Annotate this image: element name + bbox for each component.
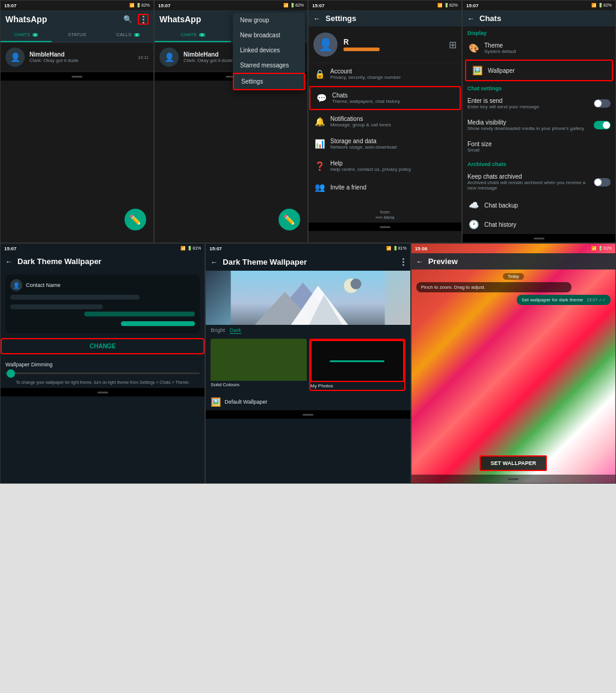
contact-name: Contact Name bbox=[26, 282, 61, 288]
font-size-text: Font size Small bbox=[467, 141, 611, 153]
account-text: Account Privacy, security, change number bbox=[330, 68, 401, 80]
change-button[interactable]: CHANGE bbox=[1, 338, 205, 354]
dimming-hint: To change your wallpaper for light theme… bbox=[1, 377, 205, 388]
menu-new-broadcast[interactable]: New broadcast bbox=[233, 28, 305, 43]
account-label: Account bbox=[330, 68, 401, 75]
help-label: Help bbox=[330, 160, 411, 167]
message-area bbox=[10, 295, 195, 328]
search-icon[interactable]: 🔍 bbox=[122, 14, 133, 25]
compose-fab[interactable]: ✏️ bbox=[125, 209, 146, 230]
chats-settings-title: Chats bbox=[479, 14, 501, 23]
default-wallpaper-option[interactable]: 🖼️ Default Wallpaper bbox=[206, 393, 410, 410]
help-sub: Help centre, contact us, privacy policy bbox=[330, 167, 411, 172]
enter-send-text: Enter is send Enter key will send your m… bbox=[467, 97, 589, 109]
media-vis-toggle[interactable] bbox=[594, 121, 611, 129]
back-arrow-4[interactable]: ← bbox=[467, 14, 475, 23]
wallpaper-item[interactable]: 🖼️ Wallpaper bbox=[465, 60, 613, 81]
back-arrow-5[interactable]: ← bbox=[5, 257, 13, 266]
account-sub: Privacy, security, change number bbox=[330, 75, 401, 80]
nav-bar-7 bbox=[411, 475, 615, 483]
wallpaper-grid: Solid Colours My Photos bbox=[206, 336, 410, 393]
compose-fab-2[interactable]: ✏️ bbox=[279, 209, 300, 230]
wa-title: WhatsApp bbox=[5, 14, 47, 24]
profile-status-bar bbox=[343, 48, 380, 51]
settings-help[interactable]: ❓ Help Help centre, contact us, privacy … bbox=[309, 155, 461, 177]
bright-tab[interactable]: Bright bbox=[211, 327, 225, 334]
settings-notifications[interactable]: 🔔 Notifications Message, group & call to… bbox=[309, 111, 461, 133]
mini-chat-header: 👤 Contact Name bbox=[10, 279, 195, 291]
nav-bar-3 bbox=[309, 223, 461, 231]
theme-item[interactable]: 🎨 Theme System default bbox=[463, 37, 615, 59]
profile-name: R bbox=[343, 38, 380, 46]
tab-chats[interactable]: CHATS 9 bbox=[1, 28, 52, 42]
preview-header: ← Preview bbox=[411, 253, 615, 270]
invite-text: Invite a friend bbox=[330, 184, 366, 191]
calls-badge: 9 bbox=[134, 33, 140, 37]
settings-chats[interactable]: 💬 Chats Theme, wallpapers, chat history bbox=[309, 86, 461, 110]
profile-avatar: 👤 bbox=[313, 32, 337, 57]
solid-label: Solid Colours bbox=[211, 381, 307, 389]
dimming-thumb[interactable] bbox=[7, 369, 15, 378]
chats-label: Chats bbox=[332, 92, 400, 99]
screen-wallpaper-picker: 15:07 📶 🔋81% ← Dark Theme Wallpaper bbox=[205, 243, 410, 484]
chat-backup[interactable]: ☁️ Chat backup bbox=[463, 196, 615, 215]
mountain-svg bbox=[206, 271, 410, 325]
received-bubble-2 bbox=[10, 304, 103, 309]
tab-status[interactable]: STATUS bbox=[52, 28, 103, 42]
more-options-icon[interactable] bbox=[138, 14, 149, 25]
enter-send-toggle[interactable] bbox=[594, 99, 611, 108]
msg-time: 15:07 ✓✓ bbox=[587, 298, 606, 302]
menu-settings[interactable]: Settings bbox=[233, 73, 305, 90]
settings-header: ← Settings bbox=[309, 10, 461, 26]
data-icon: 📊 bbox=[313, 139, 325, 149]
menu-starred[interactable]: Starred messages bbox=[233, 58, 305, 73]
nav-dot-4 bbox=[534, 238, 544, 239]
profile-section[interactable]: 👤 R ⊞ bbox=[309, 26, 461, 63]
wallpaper-text: Wallpaper bbox=[488, 67, 515, 74]
keep-archived[interactable]: Keep chats archived Archived chats will … bbox=[463, 168, 615, 196]
settings-account[interactable]: 🔒 Account Privacy, security, change numb… bbox=[309, 63, 461, 85]
set-wallpaper-button[interactable]: SET WALLPAPER bbox=[479, 455, 547, 471]
keep-archived-toggle[interactable] bbox=[594, 178, 611, 186]
avatar-2: 👤 bbox=[159, 48, 179, 67]
status-bar-2: 15:07 📶 🔋82% bbox=[155, 1, 307, 10]
history-icon: 🕐 bbox=[467, 220, 479, 229]
solid-colours-option[interactable]: Solid Colours bbox=[211, 339, 307, 391]
profile-info: R bbox=[343, 38, 380, 51]
svg-point-6 bbox=[351, 279, 362, 289]
preview-bubbles: Today Pinch to zoom. Drag to adjust. Set… bbox=[411, 270, 615, 311]
settings-invite[interactable]: 👥 Invite a friend bbox=[309, 177, 461, 197]
chat-item-nimblehand[interactable]: 👤 NimbleHand Clark: Okay got it dude 14:… bbox=[1, 43, 153, 72]
font-size[interactable]: Font size Small bbox=[463, 136, 615, 158]
back-arrow-3[interactable]: ← bbox=[313, 14, 321, 23]
qr-icon[interactable]: ⊞ bbox=[449, 39, 457, 51]
chat-history[interactable]: 🕐 Chat history bbox=[463, 215, 615, 234]
media-visibility[interactable]: Media visibility Show newly downloaded m… bbox=[463, 114, 615, 136]
menu-new-group[interactable]: New group bbox=[233, 13, 305, 28]
picker-more[interactable] bbox=[401, 257, 405, 267]
my-photos-option[interactable]: My Photos bbox=[309, 339, 405, 391]
picker-title: Dark Theme Wallpaper bbox=[223, 257, 307, 266]
back-arrow-7[interactable]: ← bbox=[416, 257, 424, 266]
nav-dot-6 bbox=[303, 414, 313, 416]
settings-storage[interactable]: 📊 Storage and data Network usage, auto-d… bbox=[309, 133, 461, 155]
notif-sub: Message, group & call tones bbox=[330, 122, 391, 128]
dark-wallpaper-title: Dark Theme Wallpaper bbox=[17, 257, 102, 266]
theme-sub: System default bbox=[484, 49, 516, 54]
lock-icon: 🔒 bbox=[313, 69, 325, 79]
sent-bubble-2 bbox=[121, 321, 195, 326]
toggle-thumb-3 bbox=[594, 179, 602, 186]
tab-calls[interactable]: CALLS 9 bbox=[102, 28, 153, 42]
status-bar-4: 15:07 📶 🔋82% bbox=[463, 1, 615, 10]
status-icons-6: 📶 🔋81% bbox=[386, 246, 407, 251]
enter-is-send[interactable]: Enter is send Enter key will send your m… bbox=[463, 93, 615, 114]
menu-linked-devices[interactable]: Linked devices bbox=[233, 43, 305, 58]
back-arrow-6[interactable]: ← bbox=[211, 258, 218, 266]
chats-settings-header: ← Chats bbox=[463, 10, 615, 26]
status-bar-6: 15:07 📶 🔋81% bbox=[206, 244, 410, 253]
history-label: Chat history bbox=[484, 221, 516, 228]
dark-tab[interactable]: Dark bbox=[230, 327, 241, 334]
nav-dot-7 bbox=[508, 478, 519, 480]
dimming-slider[interactable] bbox=[5, 372, 200, 374]
tab-chats-2[interactable]: CHATS 9 bbox=[155, 28, 231, 42]
